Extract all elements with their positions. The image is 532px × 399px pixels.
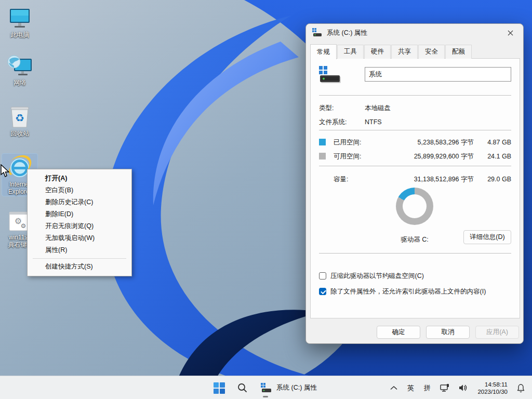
- menu-item-no-addons[interactable]: 无加载项启动(W): [28, 232, 131, 244]
- volume-label-input[interactable]: [365, 67, 511, 82]
- taskbar: 系统 (C:) 属性 英 拼: [0, 376, 532, 399]
- tab-security[interactable]: 安全: [418, 45, 445, 59]
- svg-text:⚙: ⚙: [21, 222, 26, 230]
- tray-ime-english[interactable]: 英: [404, 379, 417, 397]
- desktop-icon-label: 回收站: [2, 130, 37, 137]
- menu-separator: [33, 258, 126, 259]
- desktop-icon-label: 网络: [2, 79, 37, 86]
- used-space-size: 4.87 GB: [479, 137, 511, 148]
- cancel-button[interactable]: 取消: [426, 326, 470, 339]
- filesystem-value: NTFS: [365, 117, 382, 127]
- type-label: 类型:: [319, 103, 334, 113]
- network-icon: [2, 54, 37, 77]
- search-icon: [237, 383, 247, 393]
- separator: [319, 166, 511, 166]
- menu-item-delete-history[interactable]: 删除历史记录(C): [28, 196, 131, 208]
- separator: [319, 130, 511, 130]
- drive-title-icon: [312, 28, 323, 37]
- checkbox-label: 压缩此驱动器以节约磁盘空间(C): [330, 272, 513, 281]
- separator: [319, 253, 511, 254]
- tray-notifications[interactable]: [514, 379, 528, 397]
- free-space-bytes: 25,899,929,600 字节: [414, 151, 474, 162]
- tab-quota[interactable]: 配额: [445, 45, 472, 59]
- type-value: 本地磁盘: [365, 103, 391, 113]
- tab-hardware[interactable]: 硬件: [364, 45, 391, 59]
- menu-item-delete-ie[interactable]: 删除IE(D): [28, 208, 131, 220]
- menu-item-create-shortcut[interactable]: 创建快捷方式(S): [28, 261, 131, 273]
- menu-item-blank-page[interactable]: 空白页(B): [28, 184, 131, 196]
- capacity-label: 容量:: [334, 174, 348, 184]
- speaker-icon: [458, 383, 469, 392]
- drive-icon: [318, 66, 342, 87]
- free-space-label: 可用空间:: [334, 151, 361, 162]
- checkbox-label: 除了文件属性外，还允许索引此驱动器上文件的内容(I): [330, 287, 513, 296]
- bell-icon: [516, 383, 525, 393]
- capacity-size: 29.0 GB: [479, 174, 511, 184]
- dialog-button-row: 确定 取消 应用(A): [377, 326, 519, 339]
- clock-date: 2023/10/30: [477, 388, 508, 395]
- ok-button[interactable]: 确定: [377, 326, 420, 339]
- taskbar-app-system-c-properties[interactable]: 系统 (C:) 属性: [255, 378, 323, 398]
- start-button[interactable]: [209, 378, 230, 398]
- tab-tools[interactable]: 工具: [337, 45, 364, 59]
- menu-item-properties[interactable]: 属性(R): [28, 244, 131, 256]
- desktop-icon-label: 此电脑: [2, 31, 37, 38]
- taskbar-app-label: 系统 (C:) 属性: [276, 383, 317, 392]
- dialog-title: 系统 (C:) 属性: [327, 29, 503, 37]
- screen: 此电脑 网络: [0, 0, 532, 399]
- general-tab-panel: 类型: 本地磁盘 文件系统: NTFS 已用空间: 5,238,583,296 …: [310, 58, 520, 318]
- running-indicator: [263, 396, 268, 397]
- windows-logo-icon: [214, 382, 225, 394]
- this-pc-icon: [2, 6, 37, 30]
- checkbox-box[interactable]: [319, 288, 326, 295]
- drive-properties-dialog: 系统 (C:) 属性 常规 工具 硬件 共享 安全 配额: [305, 23, 524, 344]
- apply-button[interactable]: 应用(A): [475, 326, 519, 339]
- used-space-bytes: 5,238,583,296 字节: [418, 137, 474, 148]
- close-icon[interactable]: [503, 27, 517, 38]
- mouse-cursor: [0, 164, 10, 180]
- tray-clock[interactable]: 14:58:11 2023/10/30: [474, 379, 511, 397]
- tab-general[interactable]: 常规: [310, 44, 337, 59]
- filesystem-label: 文件系统:: [319, 117, 347, 127]
- dialog-titlebar[interactable]: 系统 (C:) 属性: [306, 24, 523, 42]
- disk-usage-donut-chart: [396, 188, 433, 225]
- menu-item-open[interactable]: 打开(A): [28, 172, 131, 184]
- clock-time: 14:58:11: [485, 381, 508, 388]
- tray-volume[interactable]: [456, 379, 471, 397]
- compress-drive-checkbox[interactable]: 压缩此驱动器以节约磁盘空间(C): [319, 272, 513, 281]
- checkbox-box[interactable]: [319, 272, 326, 280]
- capacity-bytes: 31,138,512,896 字节: [414, 174, 474, 184]
- svg-text:♻: ♻: [15, 112, 24, 124]
- used-space-legend-swatch: [319, 139, 326, 145]
- separator: [319, 95, 511, 96]
- used-space-label: 已用空间:: [334, 137, 361, 148]
- ie-context-menu: 打开(A) 空白页(B) 删除历史记录(C) 删除IE(D) 开启无痕浏览(Q)…: [27, 169, 132, 276]
- search-button[interactable]: [232, 378, 252, 398]
- free-space-legend-swatch: [319, 153, 326, 159]
- free-space-size: 24.1 GB: [479, 151, 511, 162]
- tray-chevron-up[interactable]: [387, 379, 401, 397]
- desktop-icon-network[interactable]: 网络: [2, 52, 37, 87]
- desktop-icon-recycle-bin[interactable]: ♻ 回收站: [2, 103, 37, 138]
- details-button[interactable]: 详细信息(D): [463, 230, 511, 244]
- drive-letter-label: 驱动器 C:: [363, 235, 467, 244]
- index-contents-checkbox[interactable]: 除了文件属性外，还允许索引此驱动器上文件的内容(I): [319, 287, 513, 297]
- tray-ime-pinyin[interactable]: 拼: [420, 379, 434, 397]
- desktop-icon-this-pc[interactable]: 此电脑: [2, 4, 37, 39]
- menu-item-inprivate[interactable]: 开启无痕浏览(Q): [28, 220, 131, 232]
- tray-network[interactable]: [437, 379, 453, 397]
- dialog-tab-strip: 常规 工具 硬件 共享 安全 配额: [310, 45, 472, 59]
- recycle-bin-icon: ♻: [2, 104, 37, 128]
- tab-sharing[interactable]: 共享: [391, 45, 418, 59]
- chevron-up-icon: [390, 385, 397, 390]
- ethernet-network-icon: [440, 383, 450, 393]
- drive-icon: [261, 383, 272, 393]
